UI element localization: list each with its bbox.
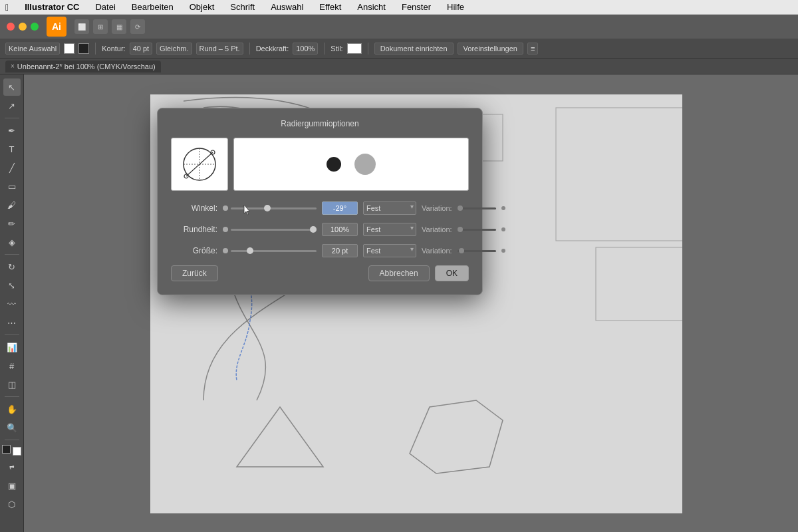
divider-2: [249, 43, 250, 55]
menu-objekt[interactable]: Objekt: [187, 2, 217, 12]
rundheit-variation-dot: [501, 227, 505, 231]
rundheit-type-wrapper: Fest Variabel Zufall: [363, 223, 416, 236]
tab-close-icon[interactable]: ×: [11, 63, 15, 70]
rund-selector[interactable]: Rund – 5 Pt.: [196, 43, 243, 55]
pencil-tool[interactable]: ✏: [3, 215, 21, 232]
select-tool[interactable]: ↖: [3, 78, 21, 96]
arrange-icon[interactable]: ⊞: [93, 19, 108, 34]
paintbrush-tool[interactable]: 🖌: [3, 196, 21, 213]
kontur-value[interactable]: 40 pt: [130, 43, 152, 55]
fullscreen-button[interactable]: [31, 23, 39, 31]
grosse-slider[interactable]: [231, 250, 317, 252]
tool-divider-5: [5, 440, 19, 440]
zoom-tool[interactable]: 🔍: [3, 419, 21, 436]
rundheit-variation-label: Variation:: [422, 225, 452, 233]
tool-divider-2: [5, 254, 19, 255]
grosse-input[interactable]: [322, 244, 358, 257]
rundheit-variation-slider[interactable]: [458, 229, 496, 231]
tab-bar: × Unbenannt-2* bei 100% (CMYK/Vorschau): [0, 59, 798, 74]
winkel-input[interactable]: [322, 201, 358, 215]
winkel-type-select[interactable]: Fest Variabel Zufall: [363, 201, 416, 215]
keine-auswahl: Keine Auswahl: [5, 43, 60, 55]
direct-select-tool[interactable]: ↗: [3, 97, 21, 114]
swap-icon[interactable]: ⇄: [3, 458, 21, 475]
menu-schrift[interactable]: Schrift: [227, 2, 257, 12]
zuruck-button[interactable]: Zurück: [171, 265, 218, 281]
eraser-tool[interactable]: ◈: [3, 233, 21, 251]
dot-gray-preview: [354, 154, 376, 175]
apple-menu[interactable]: : [5, 2, 9, 13]
menu-ansicht[interactable]: Ansicht: [354, 2, 388, 12]
scale-tool[interactable]: ⤡: [3, 277, 21, 294]
deckkraft-value[interactable]: 100%: [293, 43, 318, 55]
menu-bearbeiten[interactable]: Bearbeiten: [129, 2, 176, 12]
tab-title: Unbenannt-2* bei 100% (CMYK/Vorschau): [17, 63, 156, 70]
grosse-variation-slider[interactable]: [458, 250, 496, 252]
ai-logo: Ai: [47, 17, 66, 37]
winkel-label: Winkel:: [171, 203, 217, 213]
menu-datei[interactable]: Datei: [92, 2, 118, 12]
screen-mode-icon[interactable]: ▣: [3, 477, 21, 494]
mesh-tool[interactable]: #: [3, 357, 21, 374]
grosse-row: Größe: Fest Variabel Zufall Variation:: [171, 244, 469, 257]
pen-tool[interactable]: ✒: [3, 122, 21, 139]
rundheit-label: Rundheit:: [171, 225, 217, 234]
type-tool[interactable]: T: [3, 140, 21, 158]
rotate-tool[interactable]: ↻: [3, 258, 21, 275]
stil-swatch[interactable]: [347, 43, 362, 54]
column-graph-tool[interactable]: 📊: [3, 338, 21, 356]
divider-3: [324, 43, 325, 55]
grosse-variation-label: Variation:: [422, 247, 452, 255]
line-tool[interactable]: ╱: [3, 159, 21, 176]
extra-icon[interactable]: ≡: [527, 43, 538, 55]
kontur-label: Kontur:: [102, 45, 125, 53]
grosse-label: Größe:: [171, 246, 217, 255]
hand-tool[interactable]: ✋: [3, 400, 21, 418]
gleichm-selector[interactable]: Gleichm.: [156, 43, 192, 55]
voreinstellungen-btn[interactable]: Voreinstellungen: [458, 43, 523, 55]
rundheit-input[interactable]: [322, 223, 358, 236]
draw-mode-icon[interactable]: ⬡: [3, 495, 21, 513]
rundheit-type-select[interactable]: Fest Variabel Zufall: [363, 223, 416, 236]
fill-swatch[interactable]: [64, 43, 74, 54]
dokument-einrichten-btn[interactable]: Dokument einrichten: [374, 43, 454, 55]
menu-auswahl[interactable]: Auswahl: [268, 2, 306, 12]
svg-rect-2: [596, 247, 682, 321]
grosse-type-select[interactable]: Fest Variabel Zufall: [363, 244, 416, 257]
stroke-swatch[interactable]: [78, 43, 89, 54]
blend-tool[interactable]: ⋯: [3, 314, 21, 331]
ok-button[interactable]: OK: [435, 265, 469, 281]
keine-auswahl-label: Keine Auswahl: [9, 45, 57, 53]
document-icon[interactable]: ⬜: [74, 19, 89, 34]
menu-hilfe[interactable]: Hilfe: [444, 2, 467, 12]
app-name[interactable]: Illustrator CC: [22, 2, 82, 12]
stil-label: Stil:: [331, 45, 342, 53]
rundheit-slider[interactable]: [231, 229, 317, 231]
svg-point-8: [211, 150, 215, 154]
tool-divider-1: [5, 118, 19, 118]
toolbar: Keine Auswahl Kontur: 40 pt Gleichm. Run…: [0, 39, 798, 59]
menu-fenster[interactable]: Fenster: [399, 2, 434, 12]
grid-icon[interactable]: ▦: [112, 19, 126, 34]
fill-color-box[interactable]: [2, 445, 11, 454]
grosse-slider-dot: [223, 248, 228, 253]
gradient-tool[interactable]: ◫: [3, 376, 21, 393]
winkel-slider-dot: [223, 205, 228, 211]
minimize-button[interactable]: [19, 23, 27, 31]
winkel-row: Winkel: Fest Variabel Zufall Variation:: [171, 201, 469, 215]
winkel-variation-slider[interactable]: [458, 207, 496, 209]
menu-effekt[interactable]: Effekt: [317, 2, 344, 12]
divider-1: [95, 43, 96, 55]
grosse-type-wrapper: Fest Variabel Zufall: [363, 244, 416, 257]
deckkraft-label: Deckkraft:: [256, 45, 289, 53]
stroke-color-box[interactable]: [13, 447, 21, 456]
warp-tool[interactable]: 〰: [3, 295, 21, 313]
winkel-slider[interactable]: [231, 207, 317, 209]
share-icon[interactable]: ⟳: [130, 19, 145, 34]
rect-tool[interactable]: ▭: [3, 178, 21, 195]
grosse-slider-container: [223, 248, 317, 253]
close-button[interactable]: [7, 23, 15, 31]
document-tab[interactable]: × Unbenannt-2* bei 100% (CMYK/Vorschau): [5, 61, 161, 72]
tool-divider-4: [5, 396, 19, 397]
abbrechen-button[interactable]: Abbrechen: [368, 265, 430, 281]
